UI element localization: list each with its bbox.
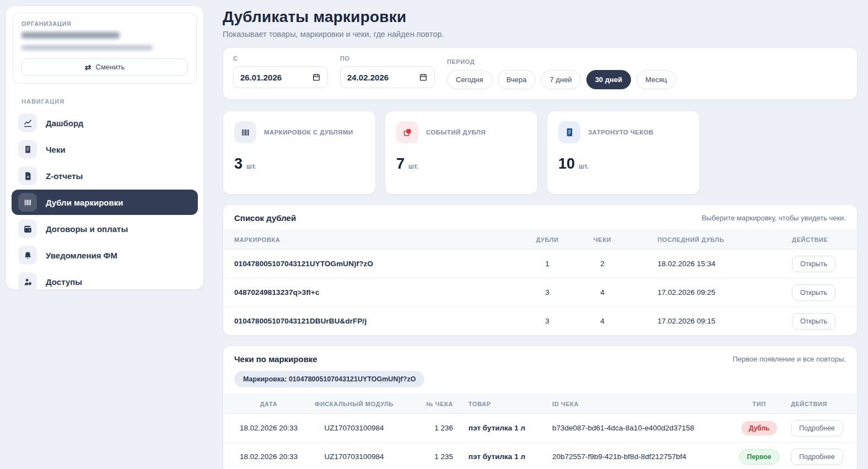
page: { "colors": { "accent_navy": "#333E56", … [0,0,868,469]
sidebar-nav: Дашборд Чеки s Z-отчеты Дубли маркировки… [6,110,203,294]
fiscal-module: UZ170703100984 [303,452,405,461]
receipt-icon [558,121,580,143]
sidebar-item-label: Дашборд [46,118,83,128]
date-to-value: 24.02.2026 [347,73,389,82]
stat-unit: шт. [408,163,418,170]
date-to-input[interactable]: 24.02.2026 [340,66,435,88]
sidebar-item-label: Уведомления ФМ [46,251,117,260]
receipt-date: 18.02.2026 20:33 [234,424,303,432]
column-receipt-number: № ЧЕКА [405,401,457,407]
stats-row: МАРКИРОВОК С ДУБЛЯМИ 3 шт. СОБЫТИЙ ДУБЛЯ… [223,111,858,195]
details-button[interactable]: Подробнее [791,449,843,465]
duplicates-count: 3 [531,288,564,297]
date-from-value: 26.01.2026 [240,73,282,82]
sidebar: ОРГАНИЗАЦИЯ ⇄ Сменить НАВИГАЦИЯ Дашборд … [6,6,204,290]
stat-card-affected-receipts: ЗАТРОНУТО ЧЕКОВ 10 шт. [547,111,700,195]
open-button[interactable]: Открыть [792,284,835,301]
product-name: пэт бутилка 1 л [457,452,551,461]
sidebar-item-receipts[interactable]: Чеки [12,137,198,162]
report-document-icon: s [18,166,37,185]
column-marking: МАРКИРОВКА [234,236,531,243]
column-last-duplicate: ПОСЛЕДНИЙ ДУБЛЬ [641,236,784,243]
type-badge-duplicate: Дубль [741,421,777,435]
receipt-number: 1 236 [405,424,457,432]
stat-label: СОБЫТИЙ ДУБЛЯ [426,129,486,136]
stat-card-markings-with-duplicates: МАРКИРОВОК С ДУБЛЯМИ 3 шт. [223,111,376,195]
organization-card: ОРГАНИЗАЦИЯ ⇄ Сменить [13,13,197,84]
copy-duplicate-icon [396,121,418,143]
receipts-hint: Первое появление и все повторы. [732,355,846,363]
organization-name-redacted [21,32,120,39]
selected-marking-chip: Маркировка: 010478005107043121UYTOGmUN)f… [234,371,424,387]
stat-unit: шт. [246,163,256,170]
date-from-group: С 26.01.2026 [233,55,328,88]
receipts-count: 2 [564,260,641,268]
sidebar-item-marking-duplicates[interactable]: Дубли маркировки [12,190,198,215]
main-content: Дубликаты маркировки Показывает товары, … [223,0,858,469]
column-product: ТОВАР [457,401,551,407]
sidebar-item-fm-notifications[interactable]: Уведомления ФМ [12,242,198,268]
open-button[interactable]: Открыть [792,256,835,272]
date-to-group: ПО 24.02.2026 [340,55,435,88]
details-button[interactable]: Подробнее [791,420,843,436]
table-row: 18.02.2026 20:33 UZ170703100984 1 236 пэ… [223,413,857,442]
page-subtitle: Показывает товары, маркировки и чеки, гд… [223,30,858,39]
period-pills: Сегодня Вчера 7 дней 30 дней Месяц [447,70,676,89]
organization-label: ОРГАНИЗАЦИЯ [21,20,188,27]
receipts-count: 4 [564,288,641,297]
bell-icon [18,246,37,265]
last-duplicate-date: 17.02.2026 09:15 [641,317,784,325]
sidebar-item-label: Чеки [46,145,66,154]
sidebar-item-dashboard[interactable]: Дашборд [12,110,198,136]
receipt-number: 1 235 [405,452,457,461]
duplicates-list-hint: Выберите маркировку, чтобы увидеть чеки. [702,214,846,222]
stat-value: 10 [558,155,575,172]
period-month-button[interactable]: Месяц [637,70,676,89]
date-to-label: ПО [340,55,435,62]
change-organization-label: Сменить [96,63,125,71]
period-today-button[interactable]: Сегодня [447,70,492,89]
stat-label: МАРКИРОВОК С ДУБЛЯМИ [264,129,353,136]
stat-value: 3 [234,155,242,172]
table-row: 010478005107043121DBUrBU&drFP/j 3 4 17.0… [223,306,857,335]
marking-code: 04870249813237q>3fl+c [234,288,531,297]
open-button[interactable]: Открыть [792,313,835,330]
receipt-id: 20b72557-f9b9-421b-bf8d-8df212757bf4 [551,452,727,461]
duplicates-table-header: МАРКИРОВКА ДУБЛИ ЧЕКИ ПОСЛЕДНИЙ ДУБЛЬ ДЕ… [223,230,857,249]
type-badge-first: Первое [739,449,780,465]
marking-code: 010478005107043121DBUrBU&drFP/j [234,317,531,325]
swap-icon: ⇄ [85,63,91,71]
stat-value: 7 [396,155,405,172]
duplicates-count: 1 [531,260,564,268]
page-title: Дубликаты маркировки [223,8,858,26]
period-yesterday-button[interactable]: Вчера [498,70,536,89]
column-receipts: ЧЕКИ [564,236,641,243]
sidebar-item-access[interactable]: Доступы [12,269,198,294]
marking-code: 010478005107043121UYTOGmUN)f?zO [234,260,531,268]
sidebar-item-contracts-payments[interactable]: Договоры и оплаты [12,216,198,241]
stat-card-duplicate-events: СОБЫТИЙ ДУБЛЯ 7 шт. [385,111,538,195]
stat-label: ЗАТРОНУТО ЧЕКОВ [588,129,654,136]
last-duplicate-date: 17.02.2026 09:25 [641,288,784,297]
column-fiscal-module: ФИСКАЛЬНЫЙ МОДУЛЬ [303,401,405,407]
change-organization-button[interactable]: ⇄ Сменить [21,58,188,76]
calendar-icon[interactable] [419,73,428,82]
date-from-input[interactable]: 26.01.2026 [233,66,328,88]
table-row: 18.02.2026 20:33 UZ170703100984 1 235 пэ… [223,442,857,469]
user-access-icon [18,272,37,291]
sidebar-item-label: Доступы [46,277,82,287]
period-7-days-button[interactable]: 7 дней [541,70,581,89]
sidebar-item-label: Договоры и оплаты [46,224,128,234]
duplicates-list-card: Список дублей Выберите маркировку, чтобы… [223,204,858,336]
duplicates-list-title: Список дублей [234,213,296,223]
product-name: пэт бутилка 1 л [457,424,551,432]
organization-details-redacted [21,45,153,50]
receipt-icon [18,140,37,159]
chart-line-icon [18,114,37,132]
sidebar-item-z-reports[interactable]: s Z-отчеты [12,163,198,188]
table-row: 04870249813237q>3fl+c 3 4 17.02.2026 09:… [223,278,857,306]
receipts-title: Чеки по маркировке [234,354,317,364]
calendar-icon[interactable] [312,73,321,82]
period-30-days-button[interactable]: 30 дней [586,70,631,89]
date-from-label: С [233,55,328,62]
